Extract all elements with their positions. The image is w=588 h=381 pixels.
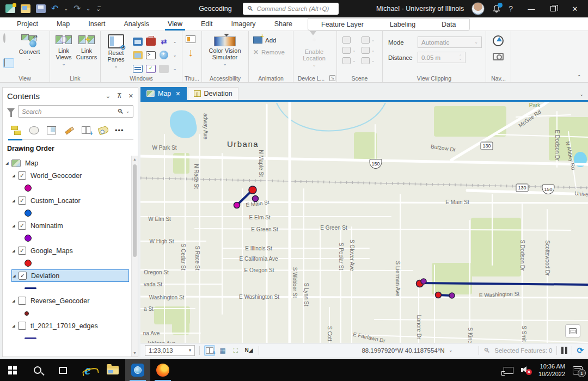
restore-button[interactable]	[542, 0, 564, 17]
layer-visibility-checkbox[interactable]: ✓	[18, 171, 26, 180]
layer-visibility-checkbox[interactable]: ✓	[18, 222, 26, 230]
volume-muted-icon[interactable]: ✕	[521, 366, 531, 374]
close-button[interactable]: ✕	[564, 0, 586, 17]
view-tab-map[interactable]: Map✕	[140, 87, 187, 100]
contextual-tab-labeling[interactable]: Labeling	[377, 19, 428, 30]
undo-button[interactable]: ↶	[51, 4, 58, 13]
signed-in-account[interactable]: Michael - University of Illinois	[376, 5, 464, 13]
layer-item-deviation[interactable]: ◢✓Deviation	[11, 269, 129, 282]
reset-panes-button[interactable]: Reset Panes⌄	[103, 33, 129, 69]
catalog-pane-icon[interactable]	[133, 38, 143, 46]
network-icon[interactable]	[504, 367, 513, 374]
ribbon-tab-share[interactable]: Share	[265, 17, 302, 30]
layer-item-custom-locator[interactable]: ◢✓Custom_Locator	[11, 194, 131, 207]
animation-add-button[interactable]: Add	[253, 36, 285, 44]
tasks-pane-icon[interactable]	[146, 65, 156, 73]
layer-visibility-checkbox[interactable]: ✓	[18, 247, 26, 255]
layer-item-nominatim[interactable]: ◢✓Nominatim	[11, 219, 131, 232]
filter-icon[interactable]	[7, 108, 15, 117]
undo-dropdown[interactable]: ⌄	[64, 6, 68, 11]
list-by-labeling-tab[interactable]	[95, 123, 112, 137]
contents-scrollbar[interactable]: ▲ ▼	[131, 156, 138, 357]
view-tab-deviation[interactable]: []Deviation	[188, 87, 238, 100]
device-location-dialog-launcher[interactable]: ↘	[329, 75, 335, 81]
taskbar-search-button[interactable]	[25, 359, 50, 381]
windows-chevron-3[interactable]: ⌄	[173, 66, 177, 71]
north-arrow-icon[interactable]: N◢	[243, 345, 254, 356]
list-by-editing-tab[interactable]	[60, 123, 77, 137]
grid-icon[interactable]: ▦	[217, 345, 228, 356]
windows-chevron-1[interactable]: ⌄	[173, 39, 177, 44]
ribbon-tab-project[interactable]: Project	[8, 17, 47, 30]
layer-item-reverse-geocoder[interactable]: ◢Reverse_Geocoder	[11, 294, 131, 307]
layer-item-tl-2021-17019-edges[interactable]: ◢tl_2021_17019_edges	[11, 319, 131, 332]
expander-icon[interactable]: ◢	[11, 224, 16, 228]
pin-icon[interactable]: ⊼	[117, 92, 122, 100]
map-overview-button[interactable]	[565, 324, 580, 337]
link-cursors-button[interactable]: + Link Cursors	[75, 33, 98, 60]
customize-qat-chevron[interactable]: ⌄̅	[96, 5, 101, 13]
download-arrow-icon[interactable]: ↓	[188, 47, 193, 57]
arcgis-pro-taskbar-icon[interactable]	[125, 359, 150, 381]
minimize-button[interactable]: —	[520, 0, 542, 17]
scale-select[interactable]: 1:23,013▾	[145, 345, 195, 356]
ribbon-tab-map[interactable]: Map	[47, 17, 79, 30]
contents-toolbar-overflow[interactable]: •••	[115, 126, 124, 134]
windows-chevron-2[interactable]: ⌄	[173, 53, 177, 58]
geoprocessing-toolbox-icon[interactable]	[146, 38, 156, 46]
snapping-toggle-icon[interactable]	[204, 345, 215, 356]
list-by-snapping-tab[interactable]	[78, 123, 94, 137]
action-center-icon[interactable]: 1	[573, 366, 583, 374]
map-canvas[interactable]: UrbanaParkW Park Stadway AveN Race StN M…	[140, 102, 588, 343]
snap-settings-icon[interactable]: ⛶	[230, 345, 241, 356]
expander-icon[interactable]: ◢	[11, 324, 16, 328]
list-by-selection-tab[interactable]	[43, 123, 59, 137]
expander-icon[interactable]: ◢	[11, 299, 16, 303]
redo-dropdown[interactable]: ⌄	[86, 6, 90, 11]
thumbnail-icon[interactable]	[186, 35, 195, 43]
camera-icon[interactable]	[493, 53, 504, 60]
expander-icon[interactable]: ◢	[5, 161, 9, 165]
workflow-icon[interactable]: ⇄	[159, 38, 169, 46]
ribbon-tab-edit[interactable]: Edit	[192, 17, 222, 30]
task-view-button[interactable]	[50, 359, 75, 381]
fields-view-icon[interactable]	[133, 65, 143, 73]
catalog-view-icon[interactable]	[133, 51, 143, 59]
contents-search-input[interactable]: Search 🔍︎ ⌄	[18, 105, 133, 118]
expander-icon[interactable]: ◢	[12, 274, 16, 278]
layer-symbol[interactable]	[24, 260, 32, 267]
collapse-ribbon-chevron[interactable]: ⌃	[577, 74, 581, 80]
geoprocessing-pane-icon[interactable]	[160, 51, 168, 59]
close-view-tab-icon[interactable]: ✕	[175, 90, 180, 97]
list-by-data-source-tab[interactable]	[26, 123, 42, 137]
layer-item-world-geocoder[interactable]: ◢✓World_Geocoder	[11, 169, 131, 182]
list-by-drawing-order-tab[interactable]	[8, 123, 24, 137]
refresh-button[interactable]: ⟳	[577, 346, 584, 355]
layer-visibility-checkbox[interactable]: ✓	[18, 196, 26, 205]
open-project-icon[interactable]	[21, 4, 30, 13]
firefox-icon[interactable]	[150, 359, 175, 381]
layer-visibility-checkbox[interactable]	[18, 322, 26, 330]
start-button[interactable]	[0, 359, 25, 381]
compass-icon[interactable]	[493, 35, 504, 46]
view-tabs-overflow-chevron[interactable]: ⌄	[579, 91, 584, 97]
selection-magnifier-icon[interactable]: 🔍︎	[483, 347, 490, 354]
redo-button[interactable]: ↷	[74, 4, 81, 13]
ribbon-tab-view[interactable]: View	[158, 17, 192, 30]
layer-symbol[interactable]	[24, 337, 36, 340]
new-project-icon[interactable]	[5, 4, 15, 13]
help-icon[interactable]: ?	[509, 4, 513, 13]
search-options-chevron[interactable]: ⌄	[126, 109, 130, 114]
layer-symbol[interactable]	[24, 287, 36, 290]
expander-icon[interactable]: ◢	[11, 199, 16, 203]
coordinates-chevron[interactable]: ⌄	[449, 348, 453, 353]
ribbon-tab-insert[interactable]: Insert	[79, 17, 114, 30]
map-view-icon[interactable]	[3, 58, 14, 68]
convert-button[interactable]: ⇄ Convert⌄	[15, 33, 44, 61]
taskbar-clock[interactable]: 10:36 AM 10/2/2022	[538, 362, 565, 378]
coordinate-display[interactable]: 88.1997920°W 40.1187554°N ⌄	[362, 347, 452, 354]
scroll-up-arrow[interactable]: ▲	[132, 157, 138, 161]
avatar[interactable]	[471, 2, 485, 15]
contextual-tab-feature-layer[interactable]: Feature Layer	[308, 19, 377, 30]
scroll-down-arrow[interactable]: ▼	[132, 351, 138, 355]
